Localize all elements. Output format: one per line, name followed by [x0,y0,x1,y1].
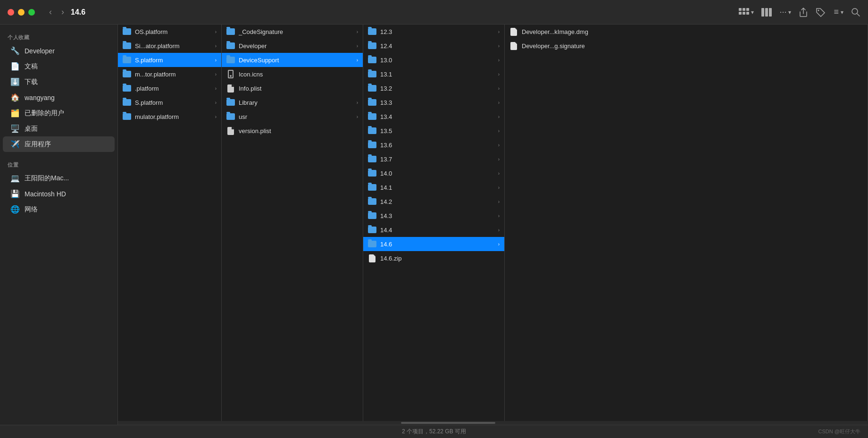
list-item[interactable]: DeviceSupport› [222,53,363,67]
list-item[interactable]: 13.3› [363,95,504,110]
list-item[interactable]: Info.plist [222,81,363,95]
sidebar-item-downloads[interactable]: ⬇️ 下载 [3,74,115,90]
maximize-button[interactable] [28,9,35,16]
item-label: OS.platform [135,28,211,35]
list-item[interactable]: 13.2› [363,81,504,95]
sidebar-item-developer[interactable]: 🔧 Developer [3,43,115,59]
search-button[interactable] [851,8,860,17]
svg-rect-8 [769,8,772,17]
list-item[interactable]: 14.0› [363,166,504,180]
tag-button[interactable] [816,8,826,17]
chevron-right-icon: › [357,43,358,49]
svg-rect-2 [746,8,749,11]
status-info: 2 个项目，52.22 GB 可用 [402,428,466,436]
folder-icon [123,84,131,93]
item-label: version.plist [239,127,358,135]
dmg-icon [509,27,518,36]
device-icon [226,70,235,78]
item-label: 14.3 [380,212,494,219]
sidebar-item-documents[interactable]: 📄 文稿 [3,59,115,74]
chevron-right-icon: › [498,58,500,63]
folder-icon [368,98,376,107]
list-item[interactable]: Developer...g.signature [505,39,868,53]
folder-icon [368,112,376,121]
list-item[interactable]: 14.3› [363,209,504,223]
sidebar-item-applications[interactable]: ✈️ 应用程序 [3,136,115,152]
chevron-right-icon: › [215,43,217,49]
list-item[interactable]: 14.2› [363,194,504,209]
list-item[interactable]: version.plist [222,124,363,138]
forward-button[interactable]: › [58,5,67,19]
list-item[interactable]: usr› [222,110,363,124]
network-icon: 🌐 [10,205,20,214]
column-view-button[interactable] [761,8,772,17]
action-button[interactable]: ≡ ▾ [834,7,843,17]
list-item[interactable]: 14.6.zip [363,251,504,265]
list-item[interactable]: 13.6› [363,138,504,152]
folder-icon [123,27,131,36]
list-item[interactable]: 13.1› [363,67,504,81]
item-label: 14.6 [380,241,494,248]
list-item[interactable]: S.platform› [118,95,221,110]
close-button[interactable] [8,9,14,16]
titlebar: ‹ › 14.6 ▾ ··· ▾ [0,0,868,25]
sidebar-item-desktop[interactable]: 🖥️ 桌面 [3,121,115,136]
folder-icon [226,56,235,64]
scrollbar-thumb[interactable] [401,422,495,424]
share-button[interactable] [799,7,808,17]
list-item[interactable]: mulator.platform› [118,110,221,124]
list-item[interactable]: Icon.icns [222,67,363,81]
item-label: 14.1 [380,184,494,191]
item-label: S.platform [135,57,211,64]
list-item[interactable]: 14.4› [363,223,504,237]
item-label: 13.2 [380,85,494,92]
item-label: 13.3 [380,99,494,106]
apps-icon: ✈️ [10,140,20,149]
list-item[interactable]: 13.4› [363,110,504,124]
download-icon: ⬇️ [10,77,20,86]
folder-icon [368,70,376,78]
list-item[interactable]: Developer› [222,39,363,53]
list-item[interactable]: 14.1› [363,180,504,194]
favorites-section-label: 个人收藏 [0,30,117,43]
sidebar-item-deleted-users[interactable]: 🗂️ 已删除的用户 [3,105,115,121]
more-button[interactable]: ··· ▾ [779,7,791,17]
navigation-controls: ‹ › [46,5,67,19]
list-item[interactable]: _CodeSignature› [222,25,363,39]
column-1: OS.platform›Si...ator.platform›S.platfor… [118,25,222,425]
list-item[interactable]: 13.7› [363,152,504,166]
chevron-right-icon: › [498,143,500,148]
list-item[interactable]: .platform› [118,81,221,95]
list-item[interactable]: 14.6› [363,237,504,251]
item-label: 12.4 [380,42,494,50]
list-item[interactable]: 13.5› [363,124,504,138]
list-item[interactable]: Library› [222,95,363,110]
chevron-right-icon: › [357,100,358,105]
list-item[interactable]: S.platform› [118,53,221,67]
item-label: _CodeSignature [239,28,353,35]
list-item[interactable]: Si...ator.platform› [118,39,221,53]
view-toggle-button[interactable]: ▾ [739,8,754,17]
sidebar-item-label: 文稿 [25,62,38,71]
horizontal-scrollbar[interactable] [118,421,868,425]
sidebar-item-wangyang[interactable]: 🏠 wangyang [3,90,115,105]
sidebar-item-network[interactable]: 🌐 网络 [3,202,115,217]
svg-rect-1 [743,8,745,11]
sidebar-item-label: 应用程序 [25,140,51,149]
sidebar-item-mac[interactable]: 💻 王阳阳的Mac... [3,170,115,186]
minimize-button[interactable] [18,9,25,16]
plist-icon [226,84,235,93]
sidebar-item-macintosh-hd[interactable]: 💾 Macintosh HD [3,186,115,202]
file-browser: OS.platform›Si...ator.platform›S.platfor… [118,25,868,425]
back-button[interactable]: ‹ [46,5,55,19]
list-item[interactable]: m...tor.platform› [118,67,221,81]
list-item[interactable]: 12.4› [363,39,504,53]
list-item[interactable]: OS.platform› [118,25,221,39]
list-item[interactable]: 12.3› [363,25,504,39]
list-item[interactable]: 13.0› [363,53,504,67]
folder-icon [368,169,376,177]
chevron-right-icon: › [215,29,217,34]
list-item[interactable]: Developer...kImage.dmg [505,25,868,39]
folder-icon [368,183,376,192]
item-label: Si...ator.platform [135,42,211,50]
